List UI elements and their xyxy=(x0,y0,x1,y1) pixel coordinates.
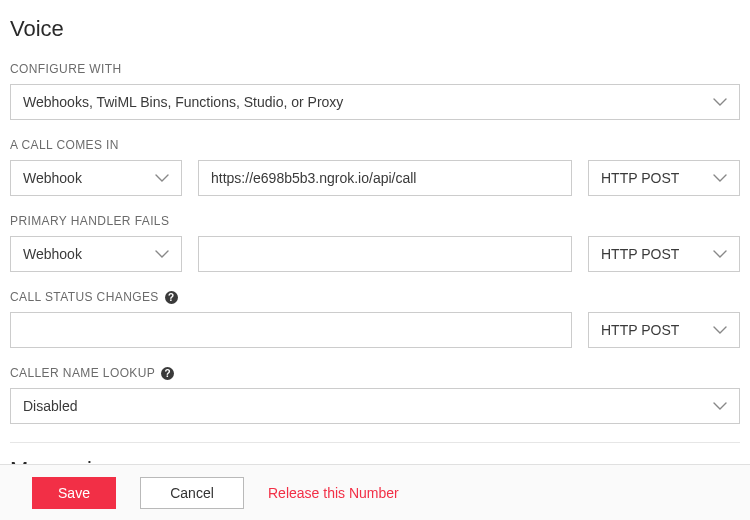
call-comes-in-url-input[interactable] xyxy=(198,160,572,196)
chevron-down-icon xyxy=(713,98,727,106)
call-status-field: CALL STATUS CHANGES ? HTTP POST xyxy=(10,290,740,348)
configure-with-select[interactable]: Webhooks, TwiML Bins, Functions, Studio,… xyxy=(10,84,740,120)
help-icon[interactable]: ? xyxy=(161,367,174,380)
help-icon[interactable]: ? xyxy=(165,291,178,304)
chevron-down-icon xyxy=(155,174,169,182)
chevron-down-icon xyxy=(713,326,727,334)
primary-fails-method-value: HTTP POST xyxy=(601,246,679,262)
call-comes-in-method-value: HTTP POST xyxy=(601,170,679,186)
voice-section-title: Voice xyxy=(10,16,740,42)
configure-with-field: CONFIGURE WITH Webhooks, TwiML Bins, Fun… xyxy=(10,62,740,120)
save-button[interactable]: Save xyxy=(32,477,116,509)
primary-fails-type-value: Webhook xyxy=(23,246,82,262)
primary-fails-label: PRIMARY HANDLER FAILS xyxy=(10,214,740,228)
chevron-down-icon xyxy=(713,250,727,258)
call-comes-in-method-select[interactable]: HTTP POST xyxy=(588,160,740,196)
divider xyxy=(10,442,740,443)
action-bar: Save Cancel Release this Number xyxy=(0,464,750,520)
call-comes-in-type-select[interactable]: Webhook xyxy=(10,160,182,196)
call-status-url-input[interactable] xyxy=(10,312,572,348)
chevron-down-icon xyxy=(155,250,169,258)
chevron-down-icon xyxy=(713,174,727,182)
caller-lookup-label: CALLER NAME LOOKUP xyxy=(10,366,155,380)
configure-with-value: Webhooks, TwiML Bins, Functions, Studio,… xyxy=(23,94,343,110)
configure-with-label: CONFIGURE WITH xyxy=(10,62,740,76)
call-status-label: CALL STATUS CHANGES xyxy=(10,290,159,304)
cancel-button[interactable]: Cancel xyxy=(140,477,244,509)
call-status-method-select[interactable]: HTTP POST xyxy=(588,312,740,348)
call-status-method-value: HTTP POST xyxy=(601,322,679,338)
caller-lookup-field: CALLER NAME LOOKUP ? Disabled xyxy=(10,366,740,424)
release-number-link[interactable]: Release this Number xyxy=(268,485,399,501)
caller-lookup-value: Disabled xyxy=(23,398,77,414)
primary-fails-field: PRIMARY HANDLER FAILS Webhook HTTP POST xyxy=(10,214,740,272)
primary-fails-url-input[interactable] xyxy=(198,236,572,272)
call-comes-in-type-value: Webhook xyxy=(23,170,82,186)
chevron-down-icon xyxy=(713,402,727,410)
primary-fails-method-select[interactable]: HTTP POST xyxy=(588,236,740,272)
call-comes-in-label: A CALL COMES IN xyxy=(10,138,740,152)
caller-lookup-select[interactable]: Disabled xyxy=(10,388,740,424)
primary-fails-type-select[interactable]: Webhook xyxy=(10,236,182,272)
call-comes-in-field: A CALL COMES IN Webhook HTTP POST xyxy=(10,138,740,196)
